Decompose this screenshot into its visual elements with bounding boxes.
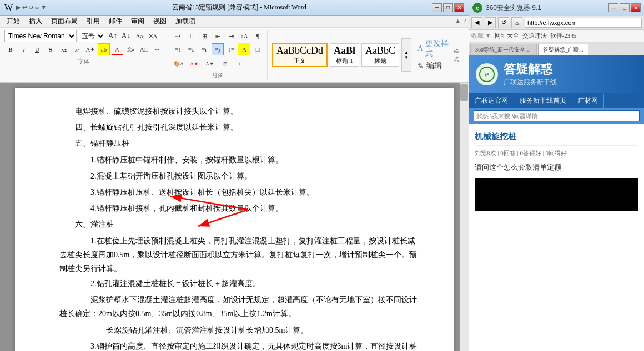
menu-mail[interactable]: 邮件: [104, 16, 127, 27]
site-main-title: 答疑解惑: [504, 61, 557, 78]
increase-indent-btn[interactable]: ⇥: [225, 30, 237, 42]
style-h1-preview: AaBl: [334, 45, 355, 57]
menu-home[interactable]: 开始: [2, 16, 24, 27]
browser-restore-btn[interactable]: □: [620, 3, 630, 12]
doc-text: 电焊接桩、硫磺胶泥接桩按设计接头以个计算。 四、长螺旋钻孔引孔按引孔深度以延长米…: [59, 104, 420, 351]
edit-icon: ✎: [417, 62, 424, 71]
browser-title-bar: e 360安全浏览器 9.1 ─ □ ✕: [469, 0, 644, 16]
doc-line-4: 2.混凝土基础开凿压桩孔按设计图示以个计算。: [59, 169, 420, 183]
style-h2-btn[interactable]: AaBbC 标题: [361, 43, 399, 67]
related-title: 机械旋挖桩: [475, 128, 638, 146]
italic-btn[interactable]: I: [18, 43, 30, 55]
menu-review[interactable]: 审阅: [127, 16, 149, 27]
shading-btn[interactable]: A: [238, 43, 250, 55]
menu-insert[interactable]: 插入: [24, 16, 47, 27]
browser-nav-bar: ◀ ▶ ↺ ⌂: [469, 16, 644, 30]
search-input[interactable]: [474, 110, 640, 121]
bold-btn[interactable]: B: [4, 43, 17, 55]
font-color2-btn[interactable]: A▼: [187, 58, 202, 70]
change-style-btn[interactable]: A 更改样式: [417, 39, 450, 59]
close-button[interactable]: ✕: [454, 3, 464, 12]
scrollbar[interactable]: [460, 83, 469, 351]
word-window: W ▶ ↩ Ω ∞ ▼ 云南省13定额规则 [兼容模式] - Microsoft…: [0, 0, 469, 351]
borders-btn[interactable]: □: [251, 43, 264, 55]
question-icon[interactable]: ?: [464, 17, 466, 26]
line-spacing-btn[interactable]: ↕≡: [225, 43, 237, 55]
nav-link-3[interactable]: 广材网: [572, 94, 604, 108]
menu-view[interactable]: 视图: [149, 16, 171, 27]
font-effects-btn[interactable]: A✦: [84, 43, 97, 55]
align-left-btn[interactable]: ≡l: [172, 43, 184, 55]
fill-btn[interactable]: ∟: [234, 58, 248, 70]
home-btn[interactable]: ⌂: [511, 17, 522, 28]
strikethrough-btn[interactable]: S: [44, 43, 57, 55]
nav-link-2[interactable]: 服务新干线首页: [514, 94, 572, 108]
justify-btn[interactable]: ≡j: [212, 43, 224, 55]
doc-line-7: 六、灌注桩: [59, 217, 420, 231]
increase-font-btn[interactable]: A↑: [107, 30, 119, 42]
image-placeholder: [475, 178, 638, 211]
phonetic-btn[interactable]: 文a: [124, 43, 137, 55]
back-btn[interactable]: ◀: [471, 17, 482, 28]
browser-minimize-btn[interactable]: ─: [608, 3, 618, 12]
text-dir-btn[interactable]: ⊞: [218, 58, 233, 70]
decrease-indent-btn[interactable]: ⇤: [212, 30, 224, 42]
expand-font-btn[interactable]: ↔: [151, 43, 163, 55]
bookmark-2[interactable]: 交通违法: [522, 32, 547, 40]
numbering-btn[interactable]: 1.: [185, 30, 197, 42]
text-highlight-btn[interactable]: ab: [98, 43, 110, 55]
text-color2-btn[interactable]: A▼: [203, 58, 217, 70]
site-logo: e: [476, 63, 498, 85]
superscript-btn[interactable]: x²: [71, 43, 83, 55]
title-bar-left: W ▶ ↩ Ω ∞ ▼: [4, 3, 47, 13]
nav-link-1[interactable]: 广联达官网: [469, 94, 514, 108]
bookmark-3[interactable]: 软件-2345: [550, 32, 577, 40]
align-right-btn[interactable]: ≡r: [198, 43, 210, 55]
ribbon-content: Times New Roman 五号 A↑ A↓ Aa ✕A B I U S x…: [2, 29, 466, 81]
sort-btn[interactable]: ↕A: [238, 30, 250, 42]
url-bar[interactable]: [525, 18, 642, 28]
search-bar-area: [469, 108, 644, 124]
menu-addins[interactable]: 加载项: [171, 16, 200, 27]
word-icon: W: [4, 3, 13, 13]
para-bg-btn[interactable]: 🎨A: [172, 58, 186, 70]
doc-line-5: 3.锚杆静压桩压桩、送桩按设计桩长（包括桩尖）以延长米计算。: [59, 185, 420, 199]
menu-layout[interactable]: 页面布局: [47, 16, 82, 27]
font-group: Times New Roman 五号 A↑ A↓ Aa ✕A B I U S x…: [4, 30, 167, 80]
subscript-btn[interactable]: x₂: [58, 43, 70, 55]
style-actions: A 更改样式 ✎ 编辑: [414, 39, 450, 71]
multilevel-btn[interactable]: ⊞: [198, 30, 210, 42]
clear-format-btn[interactable]: ✕A: [147, 30, 159, 42]
more-styles-btn[interactable]: ▲▼: [401, 38, 411, 72]
font-row1: Times New Roman 五号 A↑ A↓ Aa ✕A: [4, 30, 163, 42]
tab-1[interactable]: 360导航_新一代安全上网...: [470, 44, 537, 55]
decrease-font-btn[interactable]: A↓: [120, 30, 132, 42]
browser-window: e 360安全浏览器 9.1 ─ □ ✕ ◀ ▶ ↺ ⌂ 收藏 ▼ 网址大全 交…: [469, 0, 644, 351]
style-normal-btn[interactable]: AaBbCcDd 正文: [272, 43, 328, 67]
help-icon[interactable]: ▲: [455, 17, 461, 26]
font-family-selector[interactable]: Times New Roman: [4, 30, 77, 42]
underline-btn[interactable]: U: [31, 43, 43, 55]
tab-2[interactable]: 答疑解惑_广联...: [538, 44, 588, 55]
bookmark-1[interactable]: 网址大全: [495, 32, 519, 40]
quick-access: ▶ ↩ Ω ∞ ▼: [16, 4, 47, 11]
doc-line-10: 泥浆护壁水下混凝土灌注桩超灌高度，如设计无规定，超灌高度（不论有无地下室）按不同…: [59, 293, 420, 321]
scroll-thumb[interactable]: [460, 84, 468, 101]
bullets-btn[interactable]: ≡•: [172, 30, 184, 42]
browser-content: e 答疑解惑 广联达服务新干线 广联达官网 服务新干线首页 广材网 机械旋挖桩 …: [469, 55, 644, 351]
show-marks-btn[interactable]: ¶: [251, 30, 264, 42]
border-char-btn[interactable]: A□: [138, 43, 150, 55]
browser-close-btn[interactable]: ✕: [631, 3, 641, 12]
font-size-selector[interactable]: 五号: [78, 30, 105, 42]
refresh-btn[interactable]: ↺: [498, 17, 509, 28]
font-color-btn[interactable]: A: [111, 43, 123, 55]
forward-btn[interactable]: ▶: [485, 17, 496, 28]
edit-btn[interactable]: ✎ 编辑: [417, 61, 450, 71]
menu-reference[interactable]: 引用: [82, 16, 104, 27]
minimize-button[interactable]: ─: [432, 3, 442, 12]
restore-button[interactable]: □: [443, 3, 453, 12]
align-center-btn[interactable]: ≡c: [185, 43, 197, 55]
logo-svg: e: [479, 66, 495, 83]
change-case-btn[interactable]: Aa: [133, 30, 145, 42]
style-h1-btn[interactable]: AaBl 标题 1: [330, 43, 359, 67]
